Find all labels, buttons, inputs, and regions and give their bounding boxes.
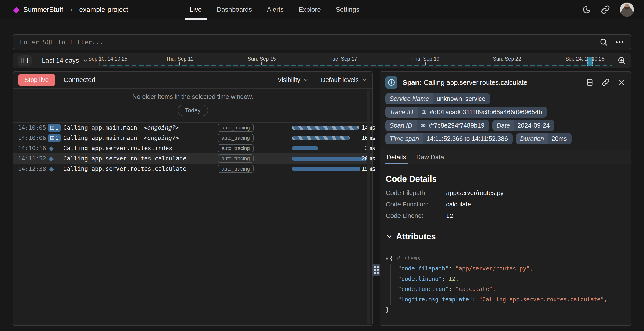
- row-message: Calling app.server.routes.calculate: [63, 166, 186, 172]
- json-indent-guide: [390, 264, 391, 304]
- span-diamond-icon: ◆: [49, 144, 54, 152]
- row-message: Calling app.server.routes.index: [63, 145, 172, 152]
- more-options-icon[interactable]: •••: [616, 38, 624, 46]
- tab-alerts[interactable]: Alerts: [267, 0, 284, 19]
- expand-children-icon[interactable]: ⊞1: [48, 134, 60, 142]
- breadcrumb: ◆ SummerStuff › example-project: [13, 0, 128, 19]
- empty-state: No older items in the selected time wind…: [13, 88, 372, 123]
- row-tag[interactable]: auto_tracing: [218, 124, 254, 132]
- trace-row[interactable]: 14:10:06 ⊞1 Calling app.main.main <ongoi…: [13, 133, 372, 143]
- attributes-section-toggle[interactable]: Attributes: [386, 232, 625, 242]
- close-icon[interactable]: [618, 79, 625, 86]
- link-icon: [421, 109, 428, 116]
- trace-list: 14:10:05 ⊞1 Calling app.main.main <ongoi…: [13, 123, 372, 174]
- row-timestamp: 14:10:05: [18, 124, 48, 131]
- chevron-down-icon: [386, 233, 393, 240]
- trace-row[interactable]: 14:12:38 ◆ Calling app.server.routes.cal…: [13, 164, 372, 174]
- span-detail-header: Span:Calling app.server.routes.calculate: [380, 72, 631, 92]
- copy-link-icon[interactable]: [602, 78, 610, 86]
- search-icon[interactable]: [599, 38, 608, 46]
- json-entry: "logfire.msg_template": "Calling app.ser…: [386, 294, 625, 304]
- time-span-badge: Time span 14:11:52.366 to 14:11:52.386: [385, 133, 513, 144]
- default-levels-dropdown[interactable]: Default levels: [321, 76, 367, 84]
- brand-logo-icon[interactable]: ◆: [13, 5, 20, 14]
- json-entry: "code.filepath": "app/server/routes.py",: [386, 264, 625, 274]
- dark-mode-moon-icon[interactable]: [582, 5, 591, 14]
- trace-row[interactable]: 14:10:16 ◆ Calling app.server.routes.ind…: [13, 143, 372, 154]
- row-tag[interactable]: auto_tracing: [218, 134, 254, 142]
- trace-row[interactable]: 14:10:05 ⊞1 Calling app.main.main <ongoi…: [13, 123, 372, 133]
- today-button[interactable]: Today: [178, 105, 208, 116]
- chevron-down-icon: [82, 58, 88, 64]
- link-icon: [420, 122, 426, 129]
- breadcrumb-org[interactable]: SummerStuff: [23, 6, 63, 14]
- timeline-bar: Last 14 days Sep 10, 14:10:25 Thu, Sep 1…: [13, 53, 631, 68]
- row-timestamp: 14:10:16: [18, 145, 48, 152]
- connection-status: Connected: [64, 76, 95, 84]
- service-name-badge: Service Name unknown_service: [385, 93, 490, 104]
- row-message: Calling app.main.main: [63, 124, 137, 131]
- json-close-line: }: [386, 304, 625, 315]
- sidebar-toggle-icon[interactable]: [18, 55, 32, 66]
- row-ongoing-flag: <ongoing?>: [144, 134, 179, 141]
- span-diamond-icon: ◆: [49, 165, 54, 172]
- row-tag[interactable]: auto_tracing: [218, 144, 254, 152]
- tab-explore[interactable]: Explore: [299, 0, 321, 19]
- timeline-selection-spike[interactable]: [588, 57, 592, 66]
- sql-filter-input[interactable]: Enter SQL to filter...: [20, 38, 599, 46]
- top-nav: ◆ SummerStuff › example-project Live Das…: [0, 0, 644, 19]
- detail-tabs: Details Raw Data: [380, 150, 631, 164]
- json-entry: "code.lineno": 12,: [386, 274, 625, 284]
- row-timestamp: 14:10:06: [18, 134, 48, 141]
- code-filepath-row: Code Filepath: app/server/routes.py: [386, 190, 625, 197]
- span-title-prefix: Span:: [402, 79, 422, 86]
- row-ongoing-flag: <ongoing?>: [144, 124, 179, 131]
- row-tag[interactable]: auto_tracing: [218, 165, 254, 173]
- user-avatar[interactable]: [620, 2, 634, 17]
- date-badge: Date 2024-09-24: [492, 120, 554, 131]
- duration-badge: Duration 20ms: [516, 133, 572, 144]
- json-open-line[interactable]: ∨{4 items: [386, 253, 625, 264]
- tab-live[interactable]: Live: [190, 0, 202, 19]
- span-id-badge[interactable]: Span ID #f7c8e294f7489b19: [385, 120, 489, 131]
- duration-bar: [292, 146, 318, 150]
- attributes-divider: [386, 247, 625, 247]
- span-detail-panel: Span:Calling app.server.routes.calculate…: [380, 71, 631, 326]
- json-entry: "code.function": "calculate",: [386, 284, 625, 294]
- span-title: Span:Calling app.server.routes.calculate: [402, 79, 528, 86]
- row-tag[interactable]: auto_tracing: [218, 154, 254, 162]
- tab-settings[interactable]: Settings: [336, 0, 360, 19]
- nav-actions: [582, 0, 634, 19]
- row-message: Calling app.server.routes.calculate: [63, 155, 186, 162]
- row-timestamp: 14:12:38: [18, 166, 48, 172]
- zoom-in-icon[interactable]: [617, 56, 626, 65]
- empty-state-message: No older items in the selected time wind…: [13, 93, 372, 100]
- live-records-panel: Stop live Connected Visibility Default l…: [13, 71, 373, 326]
- time-range-dropdown[interactable]: Last 14 days: [42, 57, 88, 64]
- tab-details[interactable]: Details: [386, 150, 407, 164]
- timeline-plot[interactable]: Sep 10, 14:10:25 Thu, Sep 12 Sun, Sep 15…: [103, 53, 612, 68]
- trace-row-selected[interactable]: 14:11:52 ◆ Calling app.server.routes.cal…: [13, 154, 372, 164]
- sql-filter-bar[interactable]: Enter SQL to filter... •••: [13, 34, 631, 50]
- code-function-row: Code Function: calculate: [386, 201, 625, 208]
- chevron-down-icon: [303, 77, 309, 83]
- visibility-dropdown[interactable]: Visibility: [278, 76, 309, 84]
- tab-dashboards[interactable]: Dashboards: [216, 0, 252, 19]
- breadcrumb-separator: ›: [70, 6, 72, 13]
- share-link-icon[interactable]: [601, 5, 610, 14]
- split-view-icon[interactable]: [586, 78, 594, 86]
- stop-live-button[interactable]: Stop live: [18, 74, 55, 86]
- span-info-icon: [385, 76, 398, 88]
- row-message: Calling app.main.main: [63, 134, 137, 141]
- scrollbar-track[interactable]: [367, 90, 370, 324]
- live-panel-header: Stop live Connected Visibility Default l…: [13, 72, 372, 88]
- span-diamond-icon: ◆: [49, 155, 54, 162]
- breadcrumb-project[interactable]: example-project: [79, 6, 128, 14]
- timeline-activity-dashes: [103, 65, 612, 66]
- trace-id-badge[interactable]: Trace ID #df01acad0311189c8b66a466d96965…: [385, 106, 547, 118]
- span-metadata-badges: Service Name unknown_service Trace ID #d…: [380, 92, 631, 144]
- row-timestamp: 14:11:52: [18, 155, 48, 162]
- tab-raw-data[interactable]: Raw Data: [416, 150, 445, 164]
- code-details-heading: Code Details: [386, 174, 625, 184]
- expand-children-icon[interactable]: ⊞1: [48, 124, 60, 132]
